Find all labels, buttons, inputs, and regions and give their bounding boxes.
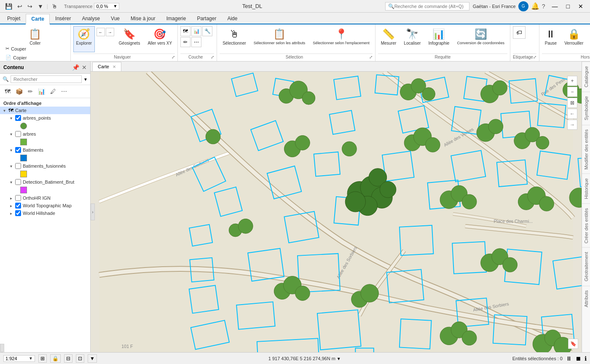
layer-orthohr[interactable]: ▸ OrthoHR IGN xyxy=(7,194,90,202)
selectionner-btn[interactable]: 🖱 Sélectionner xyxy=(220,26,249,52)
coller-btn[interactable]: 📋 Coller xyxy=(3,26,68,44)
copier-btn[interactable]: 📄 Copier xyxy=(3,54,68,62)
scale-selector[interactable]: ▼ xyxy=(3,355,35,362)
info-btn[interactable]: ℹ xyxy=(585,355,587,362)
cursor-btn[interactable]: 🖱 xyxy=(50,2,59,11)
pause-status-btn[interactable]: ⏸ xyxy=(566,355,572,362)
toolbar-draw-btn[interactable]: ✏ xyxy=(26,87,35,96)
tab-aide[interactable]: Aide xyxy=(222,13,243,24)
right-tab-symbologie[interactable]: Symbologie xyxy=(582,91,590,124)
next-extent-btn[interactable]: → xyxy=(567,120,577,130)
transparency-dropdown[interactable]: ▼ xyxy=(113,4,117,8)
coords-dropdown[interactable]: ▼ xyxy=(337,356,341,361)
map-tab-carte[interactable]: Carte ✕ xyxy=(92,62,121,71)
localiser-btn[interactable]: 🔭 Localiser xyxy=(401,26,424,52)
nav-arrow-right-btn[interactable]: → xyxy=(106,28,114,36)
help-btn[interactable]: ? xyxy=(542,3,545,10)
notification-btn[interactable]: 🔔 xyxy=(531,2,539,10)
full-extent-btn[interactable]: ⊠ xyxy=(567,98,577,108)
layer-world-hillshade[interactable]: ▸ World Hillshade xyxy=(7,209,90,217)
worldtopo-check[interactable] xyxy=(15,203,21,209)
toolbar-chart-btn[interactable]: 📊 xyxy=(36,87,47,96)
etiquetage-btn1[interactable]: 🏷 xyxy=(513,26,526,39)
sidebar-close-btn[interactable]: ✕ xyxy=(82,64,87,71)
tab-carte[interactable]: Carte xyxy=(26,14,50,24)
mesurer-btn[interactable]: 📏 Mesurer xyxy=(378,26,400,52)
close-btn[interactable]: ✕ xyxy=(575,2,587,11)
command-search[interactable]: 🔍 xyxy=(385,2,469,11)
aller-xy-btn[interactable]: 🎯 Aller vers XY xyxy=(145,26,175,52)
worldhill-expand[interactable]: ▸ xyxy=(8,211,13,216)
sel-attributs-btn[interactable]: 📋 Sélectionner selon les attributs xyxy=(251,26,308,52)
right-tab-creer[interactable]: Créer des entités xyxy=(582,203,590,248)
stop-btn[interactable]: ⏹ xyxy=(575,355,581,362)
tab-partager[interactable]: Partager xyxy=(191,13,222,24)
minimize-btn[interactable]: — xyxy=(549,2,561,11)
right-tab-geotraitement[interactable]: Géotraitement xyxy=(582,247,590,286)
tab-vue[interactable]: Vue xyxy=(105,13,125,24)
map-sidebar-collapse[interactable]: › xyxy=(91,203,95,220)
transparency-input[interactable] xyxy=(96,4,113,9)
map-tab-close[interactable]: ✕ xyxy=(113,64,116,69)
tab-mise-a-jour[interactable]: Mise à jour xyxy=(125,13,161,24)
couche-more-btn[interactable]: ⋯ xyxy=(191,37,201,47)
arbres-points-expand[interactable]: ▾ xyxy=(8,116,13,120)
zoom-in-btn[interactable]: + xyxy=(567,76,577,86)
right-tab-attributs[interactable]: Attributs xyxy=(582,286,590,311)
toolbar-more2-btn[interactable]: ⋯ xyxy=(59,87,69,96)
save-btn[interactable]: 💾 xyxy=(3,2,14,11)
sidebar-collapse-btn[interactable]: › xyxy=(0,344,4,352)
layer-batiments[interactable]: ▾ Batiments xyxy=(7,146,90,154)
orthohr-check[interactable] xyxy=(15,195,21,201)
grid-btn[interactable]: ⊞ xyxy=(38,354,47,363)
convertir-btn[interactable]: ⚙ Convertir xyxy=(588,26,590,52)
conversion-btn[interactable]: 🔄 Conversion de coordonnées xyxy=(454,26,507,52)
tab-analyse[interactable]: Analyse xyxy=(76,13,105,24)
layer-detection[interactable]: ▾ Detection_Batiment_Brut xyxy=(7,178,90,186)
sel-emplacement-btn[interactable]: 📍 Sélectionner selon l'emplacement xyxy=(310,26,372,52)
right-tab-catalogue[interactable]: Catalogue xyxy=(582,62,590,91)
arbres-expand[interactable]: ▾ xyxy=(8,132,13,136)
pause-btn[interactable]: ⏸ Pause xyxy=(542,26,560,52)
detection-expand[interactable]: ▾ xyxy=(8,180,13,185)
toolbar-raster-btn[interactable]: 🗺 xyxy=(3,87,13,96)
layer-world-topo[interactable]: ▸ World Topographic Map xyxy=(7,202,90,209)
arrow-btn[interactable]: ▼ xyxy=(88,354,97,363)
tab-imagerie[interactable]: Imagerie xyxy=(161,13,192,24)
layer-carte[interactable]: ▾ 🗺 Carte xyxy=(0,107,90,114)
scale-input[interactable] xyxy=(5,356,29,361)
maximize-btn[interactable]: □ xyxy=(563,2,573,11)
couche-btn1[interactable]: 🗺 xyxy=(180,26,190,36)
batfus-check[interactable] xyxy=(15,163,21,169)
expand-btn[interactable]: ⊡ xyxy=(76,354,84,363)
geosignets-btn[interactable]: 🔖 Géosignets xyxy=(116,26,143,52)
worldhill-check[interactable] xyxy=(15,210,21,216)
batiments-expand[interactable]: ▾ xyxy=(8,148,13,153)
toolbar-feature-btn[interactable]: 📦 xyxy=(13,87,25,96)
couche-btn4[interactable]: ✏ xyxy=(180,37,190,47)
layer-arbres[interactable]: ▾ arbres xyxy=(7,130,90,138)
table-btn[interactable]: ⊟ xyxy=(64,354,72,363)
verrouiller-btn[interactable]: 🔒 Verrouiller xyxy=(561,26,586,52)
more-btn[interactable]: ▼ xyxy=(36,2,45,11)
worldtopo-expand[interactable]: ▸ xyxy=(8,203,13,208)
zoom-out-btn[interactable]: − xyxy=(567,87,577,97)
tab-inserer[interactable]: Insérer xyxy=(50,13,76,24)
sidebar-search-dropdown[interactable]: ▼ xyxy=(83,77,88,82)
lock-btn[interactable]: 🔒 xyxy=(50,354,61,363)
sidebar-pin-btn[interactable]: 📌 xyxy=(72,64,79,71)
undo-btn[interactable]: ↩ xyxy=(16,2,24,11)
detection-check[interactable] xyxy=(15,179,21,185)
map-canvas[interactable]: Allée des Sorbiers Allée des Vernes Rue … xyxy=(91,72,582,352)
couche-btn2[interactable]: 📊 xyxy=(191,26,201,36)
prev-extent-btn[interactable]: ← xyxy=(567,109,577,119)
couper-btn[interactable]: ✂ Couper xyxy=(3,45,68,53)
layer-batiments-fus[interactable]: ▾ Batiments_fusionnés xyxy=(7,162,90,170)
explorer-btn[interactable]: 🧭 Explorer xyxy=(73,26,95,52)
batiments-check[interactable] xyxy=(15,147,21,153)
arbres-points-check[interactable] xyxy=(15,115,21,121)
bookmark-icon-btn[interactable]: 🔖 xyxy=(568,339,578,349)
layer-arbres-points[interactable]: ▾ arbres_points xyxy=(7,114,90,122)
couche-btn3[interactable]: 🔧 xyxy=(202,26,212,36)
tab-projet[interactable]: Projet xyxy=(2,13,26,24)
